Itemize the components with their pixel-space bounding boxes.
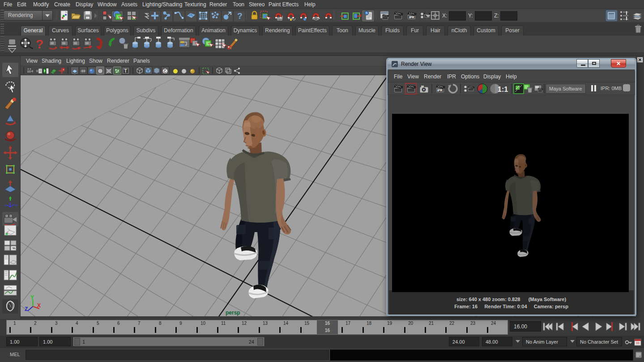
svg-text:1:1: 1:1 bbox=[498, 86, 508, 93]
svg-text:X: X bbox=[37, 302, 41, 309]
svg-text:Z: Z bbox=[25, 306, 28, 312]
svg-text:persp: persp bbox=[226, 310, 240, 316]
svg-text:Y: Y bbox=[30, 294, 34, 301]
svg-text:IPR: IPR bbox=[409, 16, 414, 19]
svg-text:+: + bbox=[63, 68, 64, 71]
svg-text:IPR: IPR bbox=[437, 89, 443, 92]
svg-text:?: ? bbox=[36, 37, 43, 51]
svg-text:?: ? bbox=[237, 11, 243, 21]
svg-text:T: T bbox=[124, 69, 127, 73]
